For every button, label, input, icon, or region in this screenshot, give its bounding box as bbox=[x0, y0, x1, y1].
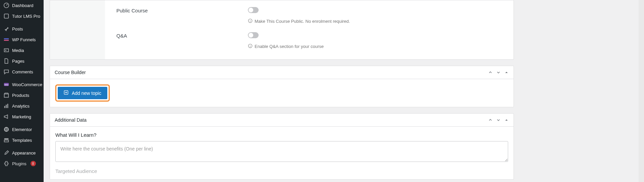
svg-rect-14 bbox=[6, 128, 8, 129]
course-builder-panel: Course Builder Add new topic bbox=[50, 66, 514, 107]
sidebar-item-label: Pages bbox=[12, 59, 24, 64]
setting-label: Q&A bbox=[116, 32, 248, 39]
what-learn-textarea[interactable] bbox=[55, 141, 508, 162]
public-course-toggle[interactable] bbox=[248, 7, 259, 13]
course-settings-panel: Public Course Make This Course Public. N… bbox=[50, 0, 514, 60]
svg-rect-15 bbox=[6, 129, 8, 130]
svg-rect-16 bbox=[6, 130, 8, 131]
elementor-icon bbox=[3, 126, 9, 132]
sidebar-item-media[interactable]: Media bbox=[0, 45, 44, 56]
svg-rect-17 bbox=[4, 138, 9, 140]
megaphone-icon bbox=[3, 114, 9, 120]
plus-icon bbox=[64, 90, 68, 96]
setting-label: Public Course bbox=[116, 7, 248, 13]
panel-toggle[interactable] bbox=[503, 117, 509, 123]
panel-toggle[interactable] bbox=[503, 69, 509, 75]
tutor-icon bbox=[3, 13, 9, 19]
setting-row-qa: Q&A Enable Q&A section for your course bbox=[116, 30, 505, 53]
sidebar-item-appearance[interactable]: Appearance bbox=[0, 147, 44, 158]
panel-move-down[interactable] bbox=[495, 69, 501, 75]
analytics-icon bbox=[3, 103, 9, 109]
qa-toggle[interactable] bbox=[248, 32, 259, 38]
woocommerce-icon: woo bbox=[3, 81, 9, 87]
setting-row-public-course: Public Course Make This Course Public. N… bbox=[116, 5, 505, 30]
update-badge: 8 bbox=[31, 161, 36, 166]
plugins-icon bbox=[3, 161, 9, 167]
sidebar-item-marketing[interactable]: Marketing bbox=[0, 111, 44, 122]
panel-move-up[interactable] bbox=[487, 117, 493, 123]
sidebar-item-label: Elementor bbox=[12, 127, 32, 132]
sidebar-item-label: Analytics bbox=[12, 104, 30, 109]
sidebar-item-templates[interactable]: Templates bbox=[0, 135, 44, 145]
dashboard-icon bbox=[3, 2, 9, 8]
svg-point-5 bbox=[5, 50, 6, 51]
page-icon bbox=[3, 58, 9, 64]
media-icon bbox=[3, 47, 9, 53]
svg-rect-3 bbox=[4, 40, 9, 41]
sidebar-item-plugins[interactable]: Plugins 8 bbox=[0, 158, 44, 169]
panel-move-up[interactable] bbox=[487, 69, 493, 75]
highlight-add-topic: Add new topic bbox=[55, 84, 110, 102]
panel-move-down[interactable] bbox=[495, 117, 501, 123]
additional-data-panel: Additional Data What Will I Learn? Targe… bbox=[50, 113, 514, 180]
svg-rect-9 bbox=[4, 106, 5, 108]
what-learn-label: What Will I Learn? bbox=[55, 132, 508, 138]
svg-rect-13 bbox=[5, 128, 6, 130]
sidebar-item-tutor[interactable]: Tutor LMS Pro bbox=[0, 11, 44, 21]
sidebar-item-comments[interactable]: Comments bbox=[0, 66, 44, 77]
sidebar-item-woocommerce[interactable]: woo WooCommerce bbox=[0, 79, 44, 90]
add-new-topic-button[interactable]: Add new topic bbox=[58, 87, 107, 99]
sidebar-item-label: Appearance bbox=[12, 150, 36, 156]
funnel-icon bbox=[3, 37, 9, 43]
helper-text: Enable Q&A section for your course bbox=[248, 44, 505, 49]
sidebar-item-label: Media bbox=[12, 48, 24, 53]
sidebar-item-label: Products bbox=[12, 93, 29, 98]
svg-rect-8 bbox=[4, 94, 9, 97]
sidebar-item-elementor[interactable]: Elementor bbox=[0, 124, 44, 135]
right-gutter bbox=[520, 0, 639, 182]
settings-tabs-rail bbox=[50, 0, 105, 59]
sidebar-item-label: Plugins bbox=[12, 161, 26, 166]
svg-rect-1 bbox=[4, 14, 9, 18]
info-icon bbox=[248, 44, 253, 49]
panel-title: Additional Data bbox=[55, 117, 87, 123]
comment-icon bbox=[3, 69, 9, 75]
sidebar-item-label: Dashboard bbox=[12, 3, 34, 8]
sidebar-item-label: Tutor LMS Pro bbox=[12, 14, 40, 19]
sidebar-item-label: WooCommerce bbox=[12, 82, 42, 87]
pin-icon bbox=[3, 26, 9, 32]
sidebar-item-dashboard[interactable]: Dashboard bbox=[0, 0, 44, 11]
sidebar-item-label: Posts bbox=[12, 26, 23, 32]
button-label: Add new topic bbox=[72, 90, 101, 96]
sidebar-item-pages[interactable]: Pages bbox=[0, 56, 44, 66]
svg-text:woo: woo bbox=[4, 83, 8, 86]
sidebar-item-label: WP Funnels bbox=[12, 37, 36, 42]
main-content: Public Course Make This Course Public. N… bbox=[44, 0, 520, 182]
scrollbar[interactable] bbox=[639, 0, 644, 182]
sidebar-item-wpfunnels[interactable]: WP Funnels bbox=[0, 34, 44, 45]
sidebar-item-products[interactable]: Products bbox=[0, 90, 44, 101]
sidebar-item-label: Comments bbox=[12, 69, 33, 74]
sidebar-item-analytics[interactable]: Analytics bbox=[0, 101, 44, 111]
svg-rect-10 bbox=[6, 105, 7, 108]
brush-icon bbox=[3, 150, 9, 156]
admin-sidebar: Dashboard Tutor LMS Pro Posts WP Funnels… bbox=[0, 0, 44, 182]
templates-icon bbox=[3, 137, 9, 143]
svg-rect-11 bbox=[7, 104, 8, 108]
sidebar-item-label: Templates bbox=[12, 138, 32, 143]
panel-title: Course Builder bbox=[55, 70, 86, 75]
targeted-audience-label: Targeted Audience bbox=[55, 168, 508, 174]
sidebar-item-posts[interactable]: Posts bbox=[0, 23, 44, 34]
svg-rect-18 bbox=[4, 140, 9, 142]
helper-text: Make This Course Public. No enrolment re… bbox=[248, 18, 505, 24]
svg-rect-2 bbox=[4, 38, 9, 39]
products-icon bbox=[3, 92, 9, 98]
sidebar-item-label: Marketing bbox=[12, 114, 31, 119]
info-icon bbox=[248, 18, 253, 24]
